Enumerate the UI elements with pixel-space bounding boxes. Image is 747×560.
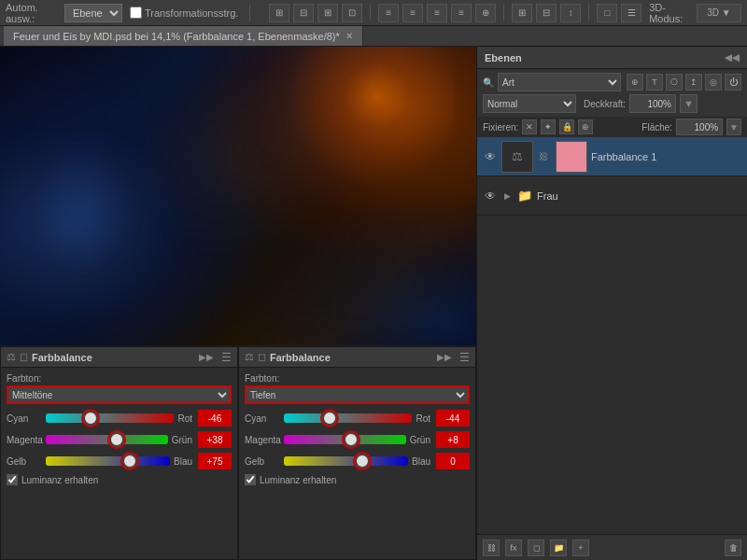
- gelb-label-left: Gelb: [7, 456, 42, 467]
- magenta-slider-right[interactable]: [284, 433, 406, 446]
- balance-icon-left: ⚖: [7, 351, 16, 363]
- magenta-thumb-left[interactable]: [109, 432, 124, 447]
- fix-icon-1[interactable]: ✕: [522, 119, 537, 134]
- eig-title-left: Farbbalance: [32, 352, 92, 363]
- icon-btn-14[interactable]: ☰: [621, 4, 641, 22]
- luminanz-label-left: Luminanz erhalten: [21, 475, 98, 485]
- icon-btn-3[interactable]: ⊞: [317, 4, 338, 22]
- magenta-thumb-right[interactable]: [344, 432, 359, 447]
- new-group-btn[interactable]: 📁: [550, 539, 567, 556]
- layer-item-frau[interactable]: 👁 ▶ 📁 Frau: [477, 176, 747, 216]
- fix-icon-3[interactable]: 🔒: [559, 119, 574, 134]
- cyan-slider-right[interactable]: [284, 412, 412, 425]
- sep1: [249, 5, 250, 21]
- gelb-slider-left[interactable]: [46, 455, 170, 468]
- filter-icon-3[interactable]: ⎔: [666, 74, 683, 91]
- delete-layer-btn[interactable]: 🗑: [725, 539, 741, 556]
- fix-icon-2[interactable]: ✦: [541, 119, 556, 134]
- gelb-thumb-right[interactable]: [355, 454, 370, 469]
- filter-icon-2[interactable]: T: [646, 74, 663, 91]
- tab-close-btn[interactable]: ✕: [345, 31, 353, 41]
- magenta-slider-left[interactable]: [46, 433, 168, 446]
- magenta-value-right[interactable]: [436, 431, 470, 448]
- farbton-select-left[interactable]: Mitteltöne: [7, 385, 232, 404]
- icon-btn-13[interactable]: □: [597, 4, 617, 22]
- luminanz-label-right: Luminanz erhalten: [260, 475, 336, 485]
- cyan-slider-left[interactable]: [46, 412, 174, 425]
- eye-icon-farbbalance[interactable]: 👁: [483, 149, 498, 164]
- eig-header-left: ⚖ ◻ Farbbalance ▶▶ ☰: [1, 347, 237, 368]
- transform-checkbox-label[interactable]: Transformationsstrg.: [130, 7, 238, 19]
- magenta-value-left[interactable]: [198, 431, 232, 448]
- layer-item-farbbalance[interactable]: 👁 ⚖ ⛓ Farbbalance 1: [477, 137, 747, 176]
- icon-btn-5[interactable]: ≡: [378, 4, 399, 22]
- icon-btn-1[interactable]: ⊞: [269, 4, 289, 22]
- tab-bar: Feuer und Eis by MDI.psd bei 14,1% (Farb…: [0, 26, 747, 47]
- gruen-label-right: Grün: [410, 435, 430, 445]
- thumb-farbbalance: ⚖: [501, 141, 533, 173]
- mag-green-track-right: [284, 435, 406, 444]
- flaeche-input[interactable]: [676, 119, 723, 135]
- layer-filter-icons: ⊕ T ⎔ ↥ ◎ ⏻: [627, 74, 741, 91]
- farbton-label-right: Farbton:: [245, 373, 470, 384]
- gelb-value-left[interactable]: [198, 453, 232, 469]
- eig-body-right: Farbton: Tiefen Cyan Rot: [239, 368, 475, 559]
- opacity-arrow[interactable]: ▼: [680, 94, 698, 113]
- canvas-section: ↖+ ⚖ ◻ Farbbalance ▶▶ ☰ Farbton:: [0, 47, 476, 560]
- layer-kind-row: 🔍 Art ⊕ T ⎔ ↥ ◎ ⏻: [483, 73, 741, 91]
- icon-btn-9[interactable]: ⊕: [475, 4, 496, 22]
- eig-body-left: Farbton: Mitteltöne Cyan Rot: [1, 368, 237, 559]
- icon-btn-7[interactable]: ≡: [427, 4, 447, 22]
- transform-label: Transformationsstrg.: [145, 7, 238, 19]
- 3d-icon[interactable]: 3D ▼: [697, 4, 741, 22]
- tab-title: Feuer und Eis by MDI.psd bei 14,1% (Farb…: [13, 31, 335, 42]
- gelb-value-right[interactable]: [436, 453, 470, 469]
- gelb-thumb-left[interactable]: [122, 454, 137, 469]
- icon-btn-10[interactable]: ⊞: [512, 4, 532, 22]
- layer-name-farbbalance: Farbbalance 1: [591, 151, 741, 162]
- layer-kind-select[interactable]: Art: [498, 73, 621, 91]
- luminanz-cb-left[interactable]: [7, 474, 18, 485]
- filter-icon-1[interactable]: ⊕: [627, 74, 643, 91]
- blend-mode-select[interactable]: Normal: [483, 94, 576, 113]
- cyan-thumb-right[interactable]: [322, 411, 337, 426]
- gelb-slider-right[interactable]: [284, 455, 408, 468]
- filter-icon-5[interactable]: ◎: [705, 74, 722, 91]
- icon-btn-11[interactable]: ⊟: [536, 4, 557, 22]
- active-tab[interactable]: Feuer und Eis by MDI.psd bei 14,1% (Farb…: [4, 26, 363, 46]
- opacity-input[interactable]: [629, 94, 676, 113]
- icon-btn-2[interactable]: ⊟: [293, 4, 314, 22]
- layers-collapse-btn[interactable]: ◀◀: [725, 52, 740, 63]
- farbton-row-left: Farbton: Mitteltöne: [7, 373, 232, 404]
- fill-arrow[interactable]: ▼: [726, 119, 741, 135]
- add-style-btn[interactable]: fx: [505, 539, 522, 556]
- icon-btn-4[interactable]: ⊡: [342, 4, 362, 22]
- cyan-value-right[interactable]: [436, 410, 470, 427]
- add-mask-btn[interactable]: ◻: [528, 539, 544, 556]
- luminanz-cb-right[interactable]: [245, 474, 256, 485]
- cyan-thumb-left[interactable]: [83, 411, 98, 426]
- filter-toggle[interactable]: ⏻: [725, 74, 741, 91]
- eig-menu-right[interactable]: ☰: [459, 351, 470, 364]
- canvas-area[interactable]: ↖+: [0, 47, 476, 345]
- link-layers-btn[interactable]: ⛓: [483, 539, 500, 556]
- icon-btn-12[interactable]: ↕: [560, 4, 581, 22]
- panel-icon-left: ◻: [20, 351, 28, 363]
- mask-thumb-farbbalance: [556, 141, 587, 173]
- filter-icon-4[interactable]: ↥: [685, 74, 702, 91]
- ebene-select[interactable]: Ebene: [64, 4, 122, 22]
- transform-checkbox[interactable]: [130, 7, 142, 19]
- cyan-value-left[interactable]: [198, 410, 232, 427]
- gruen-label-left: Grün: [172, 435, 192, 445]
- balance-thumb-icon: ⚖: [512, 149, 523, 163]
- expand-arrow-frau[interactable]: ▶: [501, 190, 513, 202]
- new-layer-btn[interactable]: +: [572, 539, 589, 556]
- icon-btn-6[interactable]: ≡: [402, 4, 423, 22]
- fix-icon-4[interactable]: ⊕: [578, 119, 593, 134]
- farbton-select-right[interactable]: Tiefen: [245, 385, 470, 404]
- eye-icon-frau[interactable]: 👁: [483, 189, 498, 203]
- icon-btn-8[interactable]: ≡: [451, 4, 472, 22]
- top-toolbar: Autom. ausw.: Ebene Transformationsstrg.…: [0, 0, 747, 26]
- cyan-rot-row-right: Cyan Rot: [245, 410, 470, 427]
- eig-menu-left[interactable]: ☰: [221, 351, 232, 364]
